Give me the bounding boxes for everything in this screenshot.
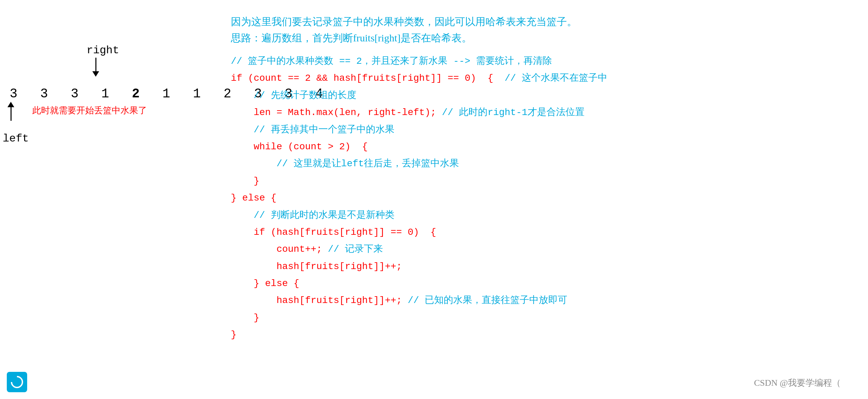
- code-line-15: }: [231, 309, 848, 326]
- up-arrow-head: [7, 102, 14, 107]
- code-line-14: hash[fruits[right]]++; // 已知的水果，直接往篮子中放即…: [231, 292, 848, 309]
- right-label: right: [87, 44, 119, 57]
- red-note: 此时就需要开始丢篮中水果了: [32, 104, 147, 116]
- desc-line2: 思路：遍历数组，首先判断fruits[right]是否在哈希表。: [231, 32, 472, 43]
- code-line-7: }: [231, 173, 848, 190]
- code-line-4: // 再丢掉其中一个篮子中的水果: [231, 121, 848, 138]
- watermark: CSDN @我要学编程（: [754, 377, 841, 389]
- code-line-16: }: [231, 326, 848, 343]
- array-cell-0: 3: [7, 87, 20, 101]
- left-label: left: [3, 132, 29, 145]
- left-panel: right 3 3 3 1 2 1 1 2 3 3 4 left 此时就需要开始…: [0, 0, 210, 399]
- code-line-13: } else {: [231, 275, 848, 292]
- page-container: right 3 3 3 1 2 1 1 2 3 3 4 left 此时就需要开始…: [0, 0, 868, 399]
- array-cell-6: 1: [190, 87, 204, 101]
- left-arrow-container: [7, 102, 14, 121]
- array-cell-2: 3: [68, 87, 81, 101]
- up-arrow-line: [11, 107, 12, 121]
- code-line-6: // 这里就是让left往后走，丢掉篮中水果: [231, 155, 848, 172]
- code-line-11: count++; // 记录下来: [231, 241, 848, 258]
- code-line-3: len = Math.max(len, right-left); // 此时的r…: [231, 104, 848, 121]
- array-cell-1: 3: [37, 87, 51, 101]
- code-line-8: } else {: [231, 190, 848, 207]
- code-line-12: hash[fruits[right]]++;: [231, 258, 848, 275]
- down-arrow-head: [92, 71, 99, 77]
- array-cell-4: 2: [129, 87, 143, 101]
- logo-icon: [8, 374, 26, 391]
- code-line-1: if (count == 2 && hash[fruits[right]] ==…: [231, 70, 848, 87]
- code-line-10: if (hash[fruits[right]] == 0) {: [231, 224, 848, 241]
- array-cell-3: 1: [98, 87, 112, 101]
- code-block: // 篮子中的水果种类数 == 2，并且还来了新水果 --> 需要统计，再清除 …: [231, 53, 848, 344]
- code-line-9: // 判断此时的水果是不是新种类: [231, 207, 848, 224]
- code-line-5: while (count > 2) {: [231, 138, 848, 155]
- description-text: 因为这里我们要去记录篮子中的水果种类数，因此可以用哈希表来充当篮子。 思路：遍历…: [231, 14, 848, 46]
- code-line-0: // 篮子中的水果种类数 == 2，并且还来了新水果 --> 需要统计，再清除: [231, 53, 848, 70]
- down-arrow: [92, 58, 99, 77]
- down-arrow-line: [95, 58, 96, 71]
- desc-line1: 因为这里我们要去记录篮子中的水果种类数，因此可以用哈希表来充当篮子。: [231, 16, 577, 27]
- array-cell-5: 1: [160, 87, 173, 101]
- code-line-2: // 先统计子数组的长度: [231, 87, 848, 104]
- right-panel: 因为这里我们要去记录篮子中的水果种类数，因此可以用哈希表来充当篮子。 思路：遍历…: [210, 0, 868, 399]
- csdn-logo: [7, 372, 27, 392]
